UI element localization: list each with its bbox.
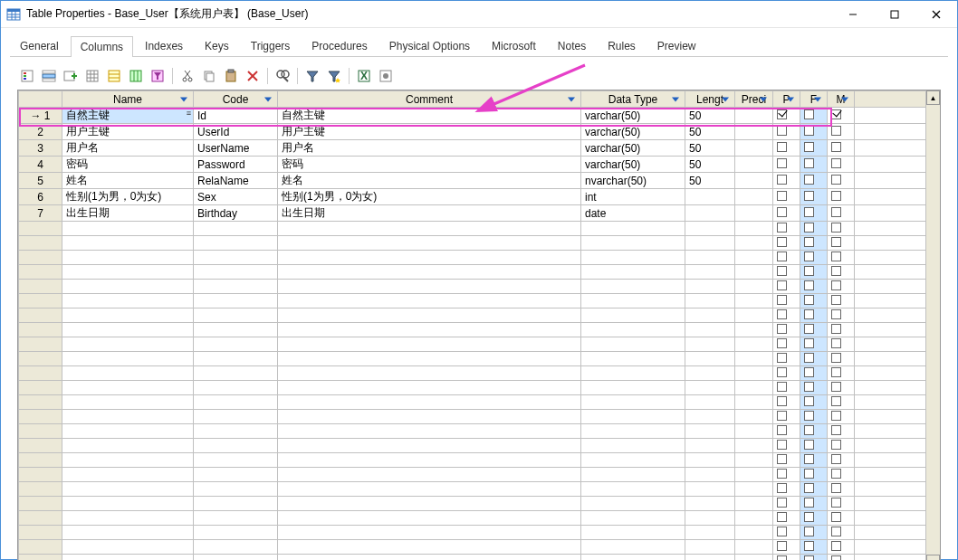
cell-name[interactable]: 用户名	[62, 140, 194, 157]
delete-icon[interactable]	[243, 66, 263, 86]
row-header[interactable]	[19, 280, 62, 294]
cell-foreign[interactable]	[800, 157, 828, 173]
table-row[interactable]: 6性别(1为男，0为女)Sex性别(1为男，0为女)int	[19, 189, 940, 205]
cell-length[interactable]: 50	[685, 140, 735, 157]
table-row-empty[interactable]	[19, 352, 940, 366]
cell-primary[interactable]	[773, 157, 800, 173]
cell-comment[interactable]: 用户主键	[278, 124, 581, 140]
table-row-empty[interactable]	[19, 265, 940, 280]
maximize-button[interactable]	[874, 1, 915, 28]
column-header-datatype[interactable]: Data Type	[581, 91, 685, 108]
grid2-icon[interactable]	[104, 66, 124, 86]
cell-mandatory[interactable]	[828, 205, 855, 222]
table-row-empty[interactable]	[19, 381, 940, 395]
row-header[interactable]: 3	[19, 140, 62, 157]
column-header-p[interactable]: P	[773, 91, 800, 108]
table-row-empty[interactable]	[19, 395, 940, 410]
table-row-empty[interactable]	[19, 497, 940, 511]
column-header-length[interactable]: Lengt	[685, 91, 735, 108]
table-row-empty[interactable]	[19, 323, 940, 337]
cell-datatype[interactable]: varchar(50)	[581, 108, 685, 124]
table-row-empty[interactable]	[19, 555, 940, 561]
row-header[interactable]	[19, 468, 62, 482]
row-header[interactable]	[19, 294, 62, 308]
scroll-down-icon[interactable]: ▼	[926, 555, 940, 560]
table-row-empty[interactable]	[19, 222, 940, 236]
row-header[interactable]: 5	[19, 173, 62, 189]
cell-code[interactable]: UserName	[194, 140, 278, 157]
column-header-name[interactable]: Name	[62, 91, 194, 108]
table-row[interactable]: → 1自然主键≡Id自然主键varchar(50)50	[19, 108, 940, 124]
cell-datatype[interactable]: varchar(50)	[581, 157, 685, 173]
row-header[interactable]	[19, 526, 62, 540]
cell-mandatory[interactable]	[828, 108, 855, 124]
properties-icon[interactable]	[17, 66, 37, 86]
minimize-button[interactable]	[832, 1, 874, 28]
tab-triggers[interactable]: Triggers	[241, 35, 301, 56]
cell-length[interactable]: 50	[685, 108, 735, 124]
cell-comment[interactable]: 密码	[278, 157, 581, 173]
row-header[interactable]	[19, 555, 62, 561]
cell-name[interactable]: 姓名	[62, 173, 194, 189]
row-header[interactable]	[19, 424, 62, 439]
cell-mandatory[interactable]	[828, 189, 855, 205]
cell-name[interactable]: 密码	[62, 157, 194, 173]
cell-foreign[interactable]	[800, 205, 828, 222]
cell-primary[interactable]	[773, 140, 800, 157]
cell-code[interactable]: RelaName	[194, 173, 278, 189]
table-row[interactable]: 5姓名RelaName姓名nvarchar(50)50	[19, 173, 940, 189]
copy-icon[interactable]	[199, 66, 219, 86]
cut-icon[interactable]	[177, 66, 197, 86]
cell-datatype[interactable]: date	[581, 205, 685, 222]
cell-code[interactable]: Id	[194, 108, 278, 124]
row-header[interactable]	[19, 352, 62, 366]
add-row-icon[interactable]	[61, 66, 81, 86]
cell-precision[interactable]	[735, 108, 773, 124]
cell-code[interactable]: Sex	[194, 189, 278, 205]
cell-mandatory[interactable]	[828, 140, 855, 157]
cell-mandatory[interactable]	[828, 157, 855, 173]
insert-row-icon[interactable]	[39, 66, 59, 86]
row-header[interactable]	[19, 265, 62, 280]
table-row-empty[interactable]	[19, 337, 940, 352]
funnel-icon[interactable]	[302, 66, 322, 86]
cell-length[interactable]: 50	[685, 173, 735, 189]
cell-length[interactable]: 50	[685, 124, 735, 140]
table-row-empty[interactable]	[19, 366, 940, 381]
table-row[interactable]: 3用户名UserName用户名varchar(50)50	[19, 140, 940, 157]
row-header[interactable]	[19, 236, 62, 251]
column-header-code[interactable]: Code	[194, 91, 278, 108]
cell-primary[interactable]	[773, 124, 800, 140]
row-header[interactable]	[19, 439, 62, 453]
table-row-empty[interactable]	[19, 308, 940, 323]
cell-precision[interactable]	[735, 205, 773, 222]
cell-foreign[interactable]	[800, 124, 828, 140]
cell-name[interactable]: 性别(1为男，0为女)	[62, 189, 194, 205]
table-row-empty[interactable]	[19, 540, 940, 555]
row-header[interactable]	[19, 308, 62, 323]
cell-comment[interactable]: 出生日期	[278, 205, 581, 222]
cell-length[interactable]	[685, 189, 735, 205]
cell-foreign[interactable]	[800, 108, 828, 124]
cell-primary[interactable]	[773, 173, 800, 189]
cell-name[interactable]: 出生日期	[62, 205, 194, 222]
row-header[interactable]	[19, 497, 62, 511]
row-header[interactable]	[19, 482, 62, 497]
table-row-empty[interactable]	[19, 482, 940, 497]
table-row-empty[interactable]	[19, 280, 940, 294]
row-header[interactable]	[19, 395, 62, 410]
tab-preview[interactable]: Preview	[647, 35, 706, 56]
paste-icon[interactable]	[221, 66, 241, 86]
table-row-empty[interactable]	[19, 424, 940, 439]
cell-mandatory[interactable]	[828, 173, 855, 189]
cell-primary[interactable]	[773, 205, 800, 222]
cell-precision[interactable]	[735, 140, 773, 157]
cell-comment[interactable]: 自然主键	[278, 108, 581, 124]
cell-comment[interactable]: 用户名	[278, 140, 581, 157]
corner-header[interactable]	[19, 91, 62, 108]
table-row-empty[interactable]	[19, 526, 940, 540]
close-button[interactable]	[915, 1, 957, 28]
tab-procedures[interactable]: Procedures	[302, 35, 377, 56]
table-row-empty[interactable]	[19, 236, 940, 251]
tab-notes[interactable]: Notes	[548, 35, 596, 56]
